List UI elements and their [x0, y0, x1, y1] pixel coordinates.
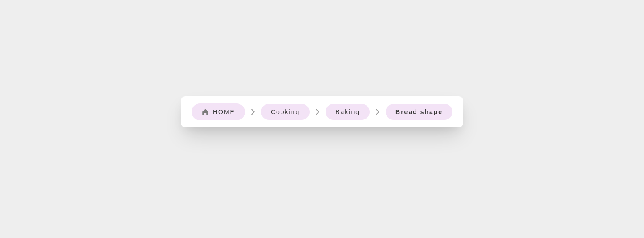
breadcrumb-item-bread-shape: Bread shape: [386, 104, 452, 120]
page-stage: HOME Cooking Baking Bread shape: [0, 0, 644, 238]
breadcrumb-item-cooking[interactable]: Cooking: [261, 104, 310, 120]
chevron-right-icon: [310, 107, 326, 117]
breadcrumb-item-home[interactable]: HOME: [192, 103, 245, 120]
breadcrumb-item-label: Cooking: [271, 108, 300, 115]
home-icon: [201, 108, 209, 116]
breadcrumb-item-baking[interactable]: Baking: [326, 104, 370, 120]
chevron-right-icon: [370, 107, 386, 117]
breadcrumb-item-label: HOME: [213, 108, 235, 115]
breadcrumb: HOME Cooking Baking Bread shape: [181, 96, 463, 127]
breadcrumb-item-label: Baking: [335, 108, 360, 115]
chevron-right-icon: [245, 107, 261, 117]
breadcrumb-item-label: Bread shape: [395, 108, 443, 115]
